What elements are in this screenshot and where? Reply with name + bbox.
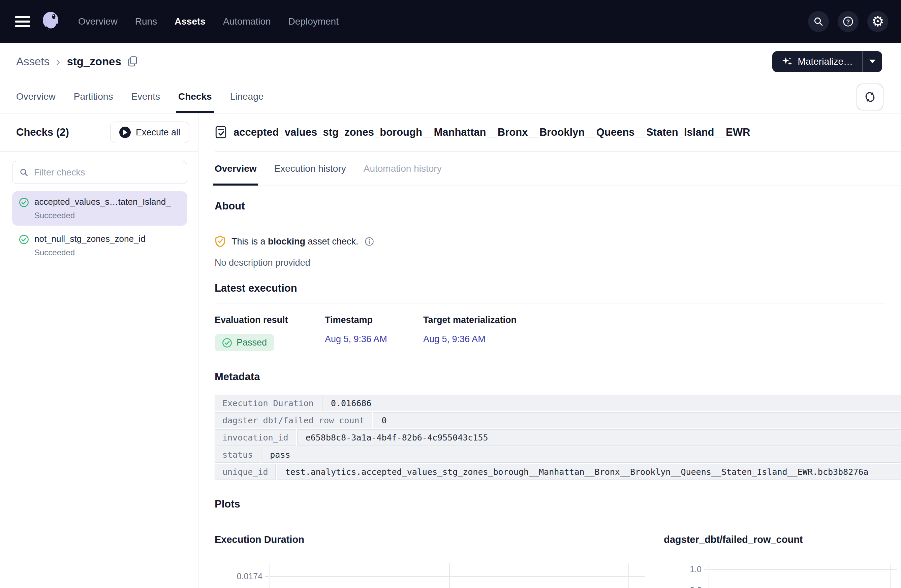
svg-text:?: ? <box>846 19 850 25</box>
metadata-value: 0 <box>373 412 901 428</box>
subtab-automation-history[interactable]: Automation history <box>363 152 442 185</box>
metadata-value: e658b8c8-3a1a-4b4f-82b6-4c955043c155 <box>297 429 901 446</box>
y-axis-tick: 1.0 <box>664 565 701 574</box>
primary-nav: Overview Runs Assets Automation Deployme… <box>78 16 339 27</box>
tab-overview[interactable]: Overview <box>16 80 56 113</box>
plots-heading: Plots <box>215 498 885 519</box>
metadata-key: invocation_id <box>215 429 296 446</box>
check-list-item-not-null[interactable]: not_null_stg_zones_zone_id Succeeded <box>12 228 187 263</box>
timestamp-link[interactable]: Aug 5, 9:36 AM <box>325 334 387 344</box>
about-heading: About <box>215 200 885 221</box>
table-row: invocation_id e658b8c8-3a1a-4b4f-82b6-4c… <box>215 429 901 446</box>
check-success-icon <box>19 234 29 244</box>
execute-all-button[interactable]: Execute all <box>110 121 189 143</box>
asset-check-icon <box>215 126 228 139</box>
checks-sidebar: Checks (2) Execute all <box>0 114 198 588</box>
table-row: unique_id test.analytics.accepted_values… <box>215 464 901 480</box>
subtab-execution-history[interactable]: Execution history <box>274 152 346 185</box>
col-timestamp: Timestamp <box>325 315 423 325</box>
page-title: stg_zones <box>67 55 121 68</box>
hamburger-menu-icon[interactable] <box>15 16 30 27</box>
dagster-logo-icon[interactable] <box>41 11 63 33</box>
metadata-value: 0.016686 <box>323 395 901 411</box>
table-row: status pass <box>215 446 901 463</box>
metadata-heading: Metadata <box>215 371 901 383</box>
chart-plot-area: 0.0174 <box>215 563 645 588</box>
dagster-app: Overview Runs Assets Automation Deployme… <box>0 0 901 588</box>
table-row: Execution Duration 0.016686 <box>215 395 901 411</box>
chart-title: Execution Duration <box>215 534 645 545</box>
col-target-materialization: Target materialization <box>423 315 516 325</box>
metadata-key: unique_id <box>215 464 276 480</box>
nav-item-automation[interactable]: Automation <box>223 16 271 27</box>
failed-row-count-chart: dagster_dbt/failed_row_count 1.0 0.6 <box>664 534 901 588</box>
nav-item-assets[interactable]: Assets <box>175 16 206 27</box>
breadcrumb-bar: Assets › stg_zones Materialize… <box>0 43 901 80</box>
metadata-table: Execution Duration 0.016686 dagster_dbt/… <box>215 395 901 480</box>
execution-duration-chart: Execution Duration 0.0174 <box>215 534 645 588</box>
y-axis-tick: 0.6 <box>664 585 701 588</box>
check-success-icon <box>222 338 232 348</box>
sparkle-icon <box>782 56 792 67</box>
y-axis-tick: 0.0174 <box>215 571 262 581</box>
checks-count-title: Checks (2) <box>16 126 69 138</box>
materialize-dropdown-button[interactable] <box>863 51 882 72</box>
check-detail-panel: accepted_values_stg_zones_borough__Manha… <box>198 114 901 588</box>
tab-partitions[interactable]: Partitions <box>74 80 113 113</box>
check-list-item-accepted-values[interactable]: accepted_values_s…taten_Island_ Succeede… <box>12 191 187 226</box>
asset-tabs-bar: Overview Partitions Events Checks Lineag… <box>0 80 901 114</box>
chart-title: dagster_dbt/failed_row_count <box>664 534 901 545</box>
metadata-value: test.analytics.accepted_values_stg_zones… <box>277 464 901 480</box>
chevron-down-icon <box>869 60 875 63</box>
search-icon <box>19 168 29 177</box>
materialize-button[interactable]: Materialize… <box>772 51 862 72</box>
materialize-label: Materialize… <box>798 56 853 67</box>
refresh-icon <box>863 90 877 104</box>
passed-badge: Passed <box>215 334 274 351</box>
col-evaluation-result: Evaluation result <box>215 315 325 325</box>
filter-checks-input[interactable] <box>33 167 180 178</box>
plots-section: Execution Duration 0.0174 dagster_dbt/fa… <box>215 534 901 588</box>
subtab-overview[interactable]: Overview <box>215 152 257 185</box>
metadata-key: status <box>215 446 260 463</box>
chart-plot-area: 1.0 0.6 <box>664 563 901 588</box>
description-text: No description provided <box>215 258 901 268</box>
settings-button[interactable]: ⚙ <box>867 11 888 32</box>
help-button[interactable]: ? <box>838 11 859 32</box>
check-title: accepted_values_stg_zones_borough__Manha… <box>234 126 750 138</box>
nav-item-overview[interactable]: Overview <box>78 16 118 27</box>
metadata-value: pass <box>262 446 901 463</box>
breadcrumb-assets-link[interactable]: Assets <box>16 55 50 68</box>
copy-asset-name-button[interactable] <box>127 56 138 67</box>
info-icon[interactable] <box>364 236 374 247</box>
table-row: dagster_dbt/failed_row_count 0 <box>215 412 901 428</box>
blocking-note: This is a blocking asset check. <box>215 235 901 247</box>
help-icon: ? <box>842 16 854 27</box>
play-icon <box>119 127 131 138</box>
checks-list: accepted_values_s…taten_Island_ Succeede… <box>12 191 187 263</box>
materialize-split-button: Materialize… <box>772 51 882 72</box>
tab-checks[interactable]: Checks <box>178 80 212 113</box>
copy-icon <box>127 56 138 67</box>
tab-events[interactable]: Events <box>131 80 160 113</box>
nav-item-deployment[interactable]: Deployment <box>288 16 339 27</box>
check-success-icon <box>19 198 29 207</box>
search-icon <box>813 16 824 27</box>
breadcrumb-chevron-icon: › <box>56 55 60 68</box>
check-detail-tabs: Overview Execution history Automation hi… <box>215 152 901 186</box>
metadata-key: dagster_dbt/failed_row_count <box>215 412 372 428</box>
target-materialization-link[interactable]: Aug 5, 9:36 AM <box>423 334 486 344</box>
metadata-key: Execution Duration <box>215 395 321 411</box>
tab-lineage[interactable]: Lineage <box>230 80 264 113</box>
filter-checks-field <box>12 161 187 184</box>
top-navbar: Overview Runs Assets Automation Deployme… <box>0 0 901 43</box>
refresh-button[interactable] <box>857 84 884 110</box>
gear-icon: ⚙ <box>871 14 884 29</box>
search-button[interactable] <box>808 11 829 32</box>
latest-execution-heading: Latest execution <box>215 282 885 303</box>
nav-item-runs[interactable]: Runs <box>135 16 157 27</box>
shield-check-icon <box>215 235 226 247</box>
